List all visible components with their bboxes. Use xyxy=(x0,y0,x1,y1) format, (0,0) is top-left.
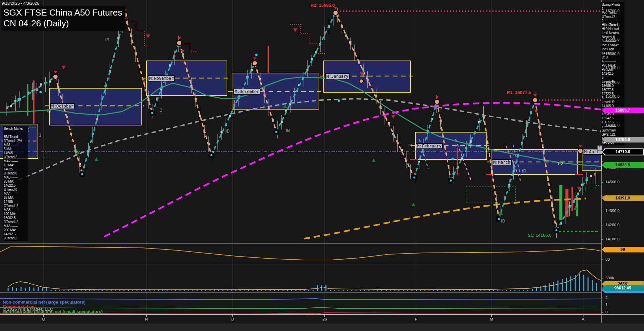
chart-canvas[interactable] xyxy=(0,0,644,331)
pivot-count-label: 1 xyxy=(597,145,602,151)
ib-label: IB xyxy=(158,108,162,113)
contract-period: CN 04-26 (Daily) xyxy=(3,18,122,29)
swing-low-dot xyxy=(210,154,212,156)
swing-pivots-line: 15685.0 xyxy=(602,84,623,88)
swing-low-dot xyxy=(151,112,153,114)
candlestick-body xyxy=(96,118,98,120)
ib-label: IB xyxy=(226,128,230,134)
ma100-price-tag: 15003.7 xyxy=(602,108,644,113)
swing-high-marker xyxy=(435,99,440,104)
bench-marks-line: Bench Marks xyxy=(4,127,27,131)
swing-pivots-line: UTrend 2 xyxy=(602,15,623,19)
signal-dot xyxy=(338,100,340,102)
month-label-november: M:November xyxy=(148,75,175,81)
box-edge-accent xyxy=(410,159,418,160)
ib-label: IB xyxy=(522,168,526,173)
month-label-january: M:January xyxy=(325,73,350,79)
swing-high-marker xyxy=(53,74,58,79)
month-label-december: M:December xyxy=(233,89,260,95)
swing-high-marker xyxy=(578,148,583,153)
bench-marks-line: UTrend 0 xyxy=(4,188,27,192)
bench-marks-line: 10 MA: xyxy=(4,163,27,167)
bench-marks-line: MA6.------ xyxy=(4,224,27,228)
swing-pivots-line: Hi:0 Neutral xyxy=(602,27,623,31)
instrument-name: SGX FTSE China A50 Futures xyxy=(3,7,122,18)
price-tick-label: 14100.0 xyxy=(605,237,620,241)
price-tick-label: 14900.0 xyxy=(605,123,620,127)
panel-tick-label: 1 xyxy=(605,303,607,307)
swing-pivots-line: 15077.5 xyxy=(602,88,623,92)
bench-marks-line: 14622.5 xyxy=(4,184,27,188)
ninjatrader-chart-window: 9/18/2025 - 4/3/2026 SGX FTSE China A50 … xyxy=(0,0,644,331)
candlestick-body xyxy=(594,173,596,175)
ib-label: IB xyxy=(37,133,41,138)
bench-marks-line: 5 MA: xyxy=(4,147,27,151)
candlestick-body xyxy=(590,175,592,177)
bench-marks-panel: Bench Marks------------BM Trend:DTrend -… xyxy=(3,126,28,241)
bench-marks-line: DTrend -2 xyxy=(4,204,27,208)
month-label-february: M:February xyxy=(416,143,443,149)
candlestick-body xyxy=(281,121,283,123)
swing-pivots-line: Summary xyxy=(602,128,623,133)
bench-marks-line: 200 MA: xyxy=(4,228,27,232)
fibonacci-zero-label: F0 xyxy=(558,161,563,166)
bench-marks-line: MA2.------ xyxy=(4,159,27,163)
bench-marks-line: MA1.------ xyxy=(4,143,27,147)
swing-low-dot xyxy=(275,131,277,133)
bench-marks-line: 14795 xyxy=(4,200,27,204)
time-axis-label-O: O xyxy=(42,317,45,321)
price-tick-label: 14200.0 xyxy=(605,223,620,227)
bench-marks-line: MA3.------ xyxy=(4,175,27,180)
price-tick-label: 14500.0 xyxy=(605,180,620,184)
signal-dot xyxy=(255,54,258,56)
level-label-r1: R1: 15077.5 xyxy=(507,90,531,95)
ib-label: IB xyxy=(501,218,505,223)
ma200-price-tag: 14391.9 xyxy=(602,195,644,201)
swing-pivots-line: Levels S: xyxy=(602,100,623,104)
candlestick-body xyxy=(470,140,472,143)
status-bar: CN 04-26 NINJATRADER xyxy=(0,323,644,331)
signal-dot xyxy=(40,91,42,93)
price-tick-label: 15100.0 xyxy=(605,94,620,98)
cot-legend-3: Nonreportable positions net (small specu… xyxy=(3,309,102,314)
pivot-evolve-marker xyxy=(359,79,363,83)
swing-pivots-line: 5.----------- xyxy=(602,76,623,80)
candlestick-body xyxy=(199,115,201,117)
swing-pivots-line: 13242.5 xyxy=(602,116,623,120)
price-tick-label: 15300.0 xyxy=(605,66,620,70)
candlestick-body xyxy=(513,170,515,172)
price-tick-label: 15500.0 xyxy=(605,37,620,41)
panel-tick-label: 500K xyxy=(605,276,615,280)
level-label-s1: S1: 14165.0 xyxy=(528,233,552,238)
swing-pivots-line: Pvt. Evolve: xyxy=(602,43,623,47)
bench-marks-line: UTrend 0 xyxy=(4,171,27,175)
ib-label: IB xyxy=(286,128,290,133)
bench-marks-line: 14392.5 xyxy=(4,232,27,236)
ib-label: IB xyxy=(105,37,109,42)
time-axis-label-26: 26 xyxy=(323,317,327,321)
bench-marks-line: DTrend -.2% xyxy=(4,139,27,143)
box-edge-accent xyxy=(486,174,495,175)
ma55-price-tag: 14794.9 xyxy=(602,137,644,143)
swing-high-marker xyxy=(333,10,338,16)
bench-marks-line: 55 MA: xyxy=(4,196,27,200)
ib-label: IB xyxy=(47,108,51,113)
swing-pivots-line: Swing Pivots xyxy=(602,3,623,7)
candlestick-body xyxy=(362,68,364,71)
volume-value-tag: 96612.45 xyxy=(602,285,644,291)
price-tick-label: 15600.0 xyxy=(605,23,620,27)
month-label-october: M:October xyxy=(50,103,75,109)
bench-marks-line: 20 MA: xyxy=(4,180,27,184)
panel-tick-label: 80 xyxy=(605,257,610,261)
level-label-r2: R2: 15685.0 xyxy=(310,3,335,8)
bench-marks-line: 14625 xyxy=(4,167,27,171)
bench-marks-line: BM Trend: xyxy=(4,135,27,139)
chart-title: SGX FTSE China A50 Futures CN 04-26 (Dai… xyxy=(1,6,125,31)
ib-label: IB xyxy=(408,143,412,148)
swing-low-dot xyxy=(498,218,500,220)
swing-pivots-line: 14242.5 xyxy=(602,72,623,76)
bench-marks-line: MA4.------ xyxy=(4,192,27,196)
swing-low-dot xyxy=(450,180,452,182)
bench-marks-line: MA5.------ xyxy=(4,208,27,212)
time-axis-label-D: D xyxy=(231,317,234,321)
